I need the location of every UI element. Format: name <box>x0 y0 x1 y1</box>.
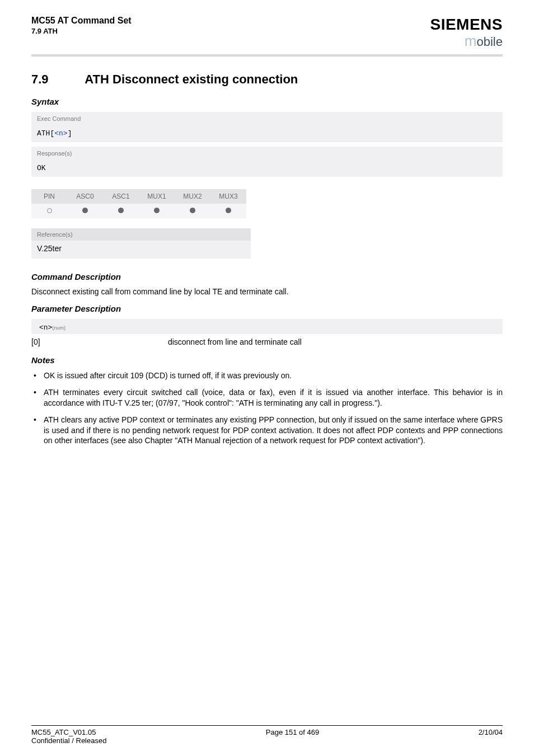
param-value-line: [0] disconnect from line and terminate c… <box>31 337 503 346</box>
note-item: OK is issued after circuit 109 (DCD) is … <box>31 370 503 381</box>
parameter-description-heading: Parameter Description <box>31 304 503 313</box>
section-number: 7.9 <box>31 72 82 87</box>
siemens-logo: SIEMENS mobile <box>430 16 503 50</box>
reference-box: Reference(s) V.25ter <box>31 228 251 259</box>
exec-cmd-param-link[interactable]: <n> <box>54 129 67 138</box>
footer-left: MC55_ATC_V01.05 Confidential / Released <box>31 728 106 745</box>
command-description-text: Disconnect existing call from command li… <box>31 287 503 296</box>
logo-m-glyph: m <box>465 32 477 49</box>
reference-heading: Reference(s) <box>31 228 251 241</box>
footer-confidentiality: Confidential / Released <box>31 736 106 745</box>
footer-date: 2/10/04 <box>479 728 503 745</box>
section-heading-text: ATH Disconnect existing connection <box>85 72 298 86</box>
page-footer: MC55_ATC_V01.05 Confidential / Released … <box>31 725 503 745</box>
doc-title: MC55 AT Command Set <box>31 16 132 26</box>
parameter-box: <n>(num) <box>31 319 503 334</box>
support-value-row <box>31 204 246 218</box>
col-pin: PIN <box>31 189 67 204</box>
notes-heading: Notes <box>31 355 503 365</box>
logo-siemens-text: SIEMENS <box>430 16 503 34</box>
col-mux3: MUX3 <box>210 189 246 204</box>
dot-filled-icon <box>154 208 160 213</box>
bracket-close: ] <box>68 129 72 138</box>
response-text: OK <box>37 164 46 172</box>
reference-body: V.25ter <box>31 241 251 259</box>
cell-mux3 <box>210 204 246 218</box>
param-value-desc: disconnect from line and terminate call <box>168 337 302 346</box>
dot-filled-icon <box>82 208 88 213</box>
response-label: Response(s) <box>31 147 503 160</box>
param-code: <n> <box>39 323 52 332</box>
cell-pin <box>31 204 67 218</box>
dot-filled-icon <box>226 208 231 213</box>
cell-asc0 <box>67 204 103 218</box>
page-header: MC55 AT Command Set 7.9 ATH SIEMENS mobi… <box>31 16 503 57</box>
footer-page-number: Page 151 of 469 <box>106 728 478 745</box>
note-item: ATH clears any active PDP context or ter… <box>31 415 503 445</box>
cell-mux1 <box>139 204 175 218</box>
param-type-sup: (num) <box>52 325 65 331</box>
dot-filled-icon <box>118 208 124 213</box>
exec-cmd-prefix: ATH <box>37 129 50 138</box>
header-left: MC55 AT Command Set 7.9 ATH <box>31 16 132 35</box>
logo-mobile-text: mobile <box>430 32 503 50</box>
doc-subtitle: 7.9 ATH <box>31 27 132 35</box>
logo-obile: obile <box>477 35 503 49</box>
note-item: ATH terminates every circuit switched ca… <box>31 387 503 408</box>
col-asc1: ASC1 <box>103 189 139 204</box>
dot-open-icon <box>47 208 52 213</box>
exec-command-label: Exec Command <box>31 112 503 125</box>
param-value-key: [0] <box>31 337 166 346</box>
col-mux1: MUX1 <box>139 189 175 204</box>
col-asc0: ASC0 <box>67 189 103 204</box>
footer-doc-version: MC55_ATC_V01.05 <box>31 728 106 736</box>
support-matrix-table: PIN ASC0 ASC1 MUX1 MUX2 MUX3 <box>31 189 246 218</box>
cell-asc1 <box>103 204 139 218</box>
response-row: OK <box>31 160 503 177</box>
exec-command-text: ATH[<n>] <box>37 129 72 138</box>
cell-mux2 <box>175 204 210 218</box>
exec-command-row: ATH[<n>] <box>31 125 503 142</box>
notes-list: OK is issued after circuit 109 (DCD) is … <box>31 370 503 446</box>
section-title: 7.9 ATH Disconnect existing connection <box>31 72 503 87</box>
syntax-heading: Syntax <box>31 97 503 106</box>
dot-filled-icon <box>190 208 195 213</box>
syntax-block: Exec Command ATH[<n>] Response(s) OK <box>31 112 503 177</box>
col-mux2: MUX2 <box>175 189 210 204</box>
support-header-row: PIN ASC0 ASC1 MUX1 MUX2 MUX3 <box>31 189 246 204</box>
command-description-heading: Command Description <box>31 272 503 281</box>
